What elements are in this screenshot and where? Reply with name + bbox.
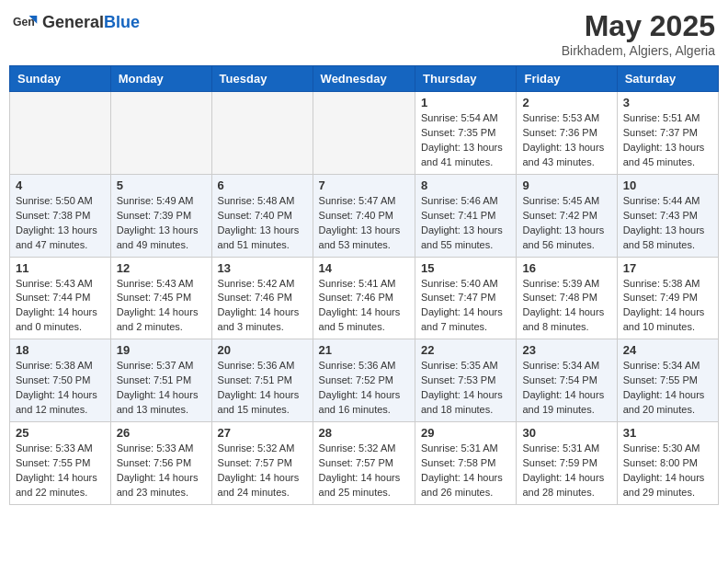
day-number: 8 — [421, 178, 510, 192]
day-number: 16 — [522, 261, 610, 275]
calendar-cell: 16 Sunrise: 5:39 AM Sunset: 7:48 PM Dayl… — [517, 257, 617, 339]
calendar-cell: 11 Sunrise: 5:43 AM Sunset: 7:44 PM Dayl… — [10, 257, 111, 339]
daylight-label: Daylight: 13 hours and 43 minutes. — [522, 142, 604, 167]
sunrise-label: Sunrise: 5:32 AM — [319, 442, 396, 454]
sunrise-label: Sunrise: 5:33 AM — [16, 442, 93, 454]
day-info: Sunrise: 5:49 AM Sunset: 7:39 PM Dayligh… — [117, 194, 206, 253]
day-number: 27 — [218, 426, 307, 440]
day-info: Sunrise: 5:35 AM Sunset: 7:53 PM Dayligh… — [421, 359, 510, 418]
sunset-label: Sunset: 7:37 PM — [623, 127, 698, 138]
day-info: Sunrise: 5:31 AM Sunset: 7:58 PM Dayligh… — [421, 442, 510, 500]
day-number: 28 — [319, 426, 409, 440]
sunset-label: Sunset: 7:53 PM — [421, 374, 495, 385]
day-number: 6 — [218, 178, 307, 192]
day-info: Sunrise: 5:38 AM Sunset: 7:49 PM Dayligh… — [623, 277, 712, 336]
sunrise-label: Sunrise: 5:34 AM — [522, 360, 599, 371]
day-info: Sunrise: 5:32 AM Sunset: 7:57 PM Dayligh… — [218, 442, 307, 500]
calendar-cell: 20 Sunrise: 5:36 AM Sunset: 7:51 PM Dayl… — [211, 339, 313, 422]
sunrise-label: Sunrise: 5:35 AM — [421, 360, 498, 371]
sunrise-label: Sunrise: 5:34 AM — [623, 360, 700, 371]
daylight-label: Daylight: 13 hours and 56 minutes. — [522, 224, 604, 250]
day-number: 22 — [421, 343, 510, 357]
calendar-body: 1 Sunrise: 5:54 AM Sunset: 7:35 PM Dayli… — [10, 92, 719, 505]
sunrise-label: Sunrise: 5:48 AM — [218, 195, 295, 206]
day-info: Sunrise: 5:34 AM Sunset: 7:55 PM Dayligh… — [623, 359, 712, 418]
calendar-cell — [10, 92, 111, 175]
daylight-label: Daylight: 14 hours and 20 minutes. — [623, 389, 705, 415]
sunrise-label: Sunrise: 5:38 AM — [623, 278, 700, 289]
weekday-header-row: SundayMondayTuesdayWednesdayThursdayFrid… — [10, 66, 719, 92]
day-number: 31 — [623, 426, 712, 440]
day-number: 25 — [16, 426, 105, 440]
calendar-cell: 5 Sunrise: 5:49 AM Sunset: 7:39 PM Dayli… — [110, 174, 211, 257]
week-row-5: 25 Sunrise: 5:33 AM Sunset: 7:55 PM Dayl… — [10, 422, 719, 505]
daylight-label: Daylight: 14 hours and 0 minutes. — [16, 306, 97, 332]
calendar-cell: 28 Sunrise: 5:32 AM Sunset: 7:57 PM Dayl… — [313, 422, 415, 505]
day-info: Sunrise: 5:33 AM Sunset: 7:56 PM Dayligh… — [117, 442, 206, 500]
sunset-label: Sunset: 7:48 PM — [522, 292, 597, 303]
day-info: Sunrise: 5:34 AM Sunset: 7:54 PM Dayligh… — [522, 359, 610, 418]
calendar-cell: 21 Sunrise: 5:36 AM Sunset: 7:52 PM Dayl… — [313, 339, 415, 422]
daylight-label: Daylight: 14 hours and 7 minutes. — [421, 306, 503, 332]
day-number: 19 — [117, 343, 206, 357]
sunrise-label: Sunrise: 5:31 AM — [522, 442, 599, 454]
sunset-label: Sunset: 7:45 PM — [117, 292, 191, 303]
daylight-label: Daylight: 13 hours and 47 minutes. — [16, 224, 97, 250]
day-info: Sunrise: 5:54 AM Sunset: 7:35 PM Dayligh… — [421, 111, 510, 170]
logo-blue: Blue — [104, 13, 140, 31]
sunset-label: Sunset: 7:42 PM — [522, 210, 597, 221]
daylight-label: Daylight: 13 hours and 55 minutes. — [421, 224, 503, 250]
calendar-cell: 6 Sunrise: 5:48 AM Sunset: 7:40 PM Dayli… — [211, 174, 313, 257]
day-number: 14 — [319, 261, 409, 275]
weekday-tuesday: Tuesday — [211, 66, 313, 92]
sunset-label: Sunset: 7:52 PM — [319, 374, 393, 385]
sunset-label: Sunset: 7:58 PM — [421, 457, 495, 468]
daylight-label: Daylight: 13 hours and 45 minutes. — [623, 142, 705, 167]
daylight-label: Daylight: 14 hours and 13 minutes. — [117, 389, 199, 415]
sunrise-label: Sunrise: 5:47 AM — [319, 195, 396, 206]
sunset-label: Sunset: 7:46 PM — [218, 292, 292, 303]
daylight-label: Daylight: 14 hours and 8 minutes. — [522, 306, 604, 332]
daylight-label: Daylight: 14 hours and 5 minutes. — [319, 306, 401, 332]
sunrise-label: Sunrise: 5:44 AM — [623, 195, 700, 206]
sunrise-label: Sunrise: 5:54 AM — [421, 112, 498, 123]
location: Birkhadem, Algiers, Algeria — [562, 43, 715, 58]
week-row-2: 4 Sunrise: 5:50 AM Sunset: 7:38 PM Dayli… — [10, 174, 719, 257]
day-info: Sunrise: 5:31 AM Sunset: 7:59 PM Dayligh… — [522, 442, 610, 500]
sunset-label: Sunset: 7:41 PM — [421, 210, 495, 221]
calendar-cell: 12 Sunrise: 5:43 AM Sunset: 7:45 PM Dayl… — [110, 257, 211, 339]
calendar-cell: 18 Sunrise: 5:38 AM Sunset: 7:50 PM Dayl… — [10, 339, 111, 422]
calendar-cell: 9 Sunrise: 5:45 AM Sunset: 7:42 PM Dayli… — [517, 174, 617, 257]
sunrise-label: Sunrise: 5:45 AM — [522, 195, 599, 206]
sunrise-label: Sunrise: 5:50 AM — [16, 195, 93, 206]
calendar-cell: 2 Sunrise: 5:53 AM Sunset: 7:36 PM Dayli… — [517, 92, 617, 175]
day-number: 26 — [117, 426, 206, 440]
day-info: Sunrise: 5:50 AM Sunset: 7:38 PM Dayligh… — [16, 194, 105, 253]
logo-general: General — [42, 13, 104, 31]
sunset-label: Sunset: 7:55 PM — [623, 374, 698, 385]
day-info: Sunrise: 5:47 AM Sunset: 7:40 PM Dayligh… — [319, 194, 409, 253]
sunset-label: Sunset: 7:40 PM — [218, 210, 292, 221]
day-number: 30 — [522, 426, 610, 440]
day-number: 20 — [218, 343, 307, 357]
weekday-wednesday: Wednesday — [313, 66, 415, 92]
daylight-label: Daylight: 14 hours and 22 minutes. — [16, 472, 97, 498]
daylight-label: Daylight: 13 hours and 58 minutes. — [623, 224, 705, 250]
month-year: May 2025 — [562, 9, 715, 43]
day-info: Sunrise: 5:43 AM Sunset: 7:44 PM Dayligh… — [16, 277, 105, 336]
calendar-cell: 15 Sunrise: 5:40 AM Sunset: 7:47 PM Dayl… — [415, 257, 517, 339]
day-info: Sunrise: 5:33 AM Sunset: 7:55 PM Dayligh… — [16, 442, 105, 500]
calendar-cell — [313, 92, 415, 175]
daylight-label: Daylight: 14 hours and 26 minutes. — [421, 472, 503, 498]
daylight-label: Daylight: 14 hours and 16 minutes. — [319, 389, 401, 415]
week-row-4: 18 Sunrise: 5:38 AM Sunset: 7:50 PM Dayl… — [10, 339, 719, 422]
sunset-label: Sunset: 7:39 PM — [117, 210, 191, 221]
sunset-label: Sunset: 7:44 PM — [16, 292, 90, 303]
logo: Gen GeneralBlue — [13, 9, 140, 35]
day-info: Sunrise: 5:41 AM Sunset: 7:46 PM Dayligh… — [319, 277, 409, 336]
sunrise-label: Sunrise: 5:37 AM — [117, 360, 194, 371]
calendar-cell — [110, 92, 211, 175]
day-number: 21 — [319, 343, 409, 357]
sunrise-label: Sunrise: 5:41 AM — [319, 278, 396, 289]
day-number: 9 — [522, 178, 610, 192]
